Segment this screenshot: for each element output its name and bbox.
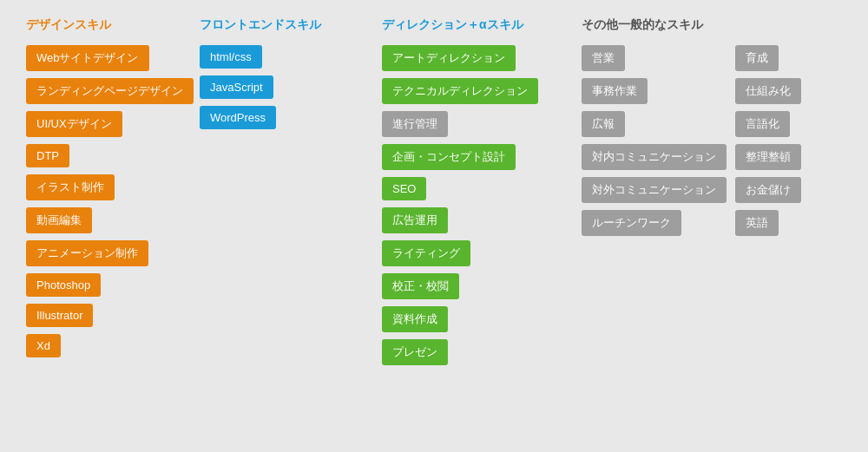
skills-grid: デザインスキル Webサイトデザイン ランディングページデザイン UI/UXデザ… — [17, 17, 851, 372]
tag-htmlcss[interactable]: html/css — [200, 45, 262, 69]
tag-external-comm[interactable]: 対外コミュニケーション — [582, 177, 727, 203]
tag-web-design[interactable]: Webサイトデザイン — [26, 45, 149, 71]
frontend-title: フロントエンドスキル — [200, 17, 365, 33]
tag-training[interactable]: 育成 — [735, 45, 779, 71]
tag-wordpress[interactable]: WordPress — [200, 106, 276, 129]
tag-documents[interactable]: 資料作成 — [382, 306, 448, 332]
tag-ad[interactable]: 広告運用 — [382, 207, 448, 233]
other-tags-col1: 営業 事務作業 広報 対内コミュニケーション 対外コミュニケーション ルーチンワ… — [582, 45, 727, 243]
tag-xd[interactable]: Xd — [26, 334, 61, 357]
tag-proofreading[interactable]: 校正・校閲 — [382, 273, 459, 299]
tag-animation[interactable]: アニメーション制作 — [26, 240, 148, 266]
tag-technical-direction[interactable]: テクニカルディレクション — [382, 78, 538, 104]
tag-uiux[interactable]: UI/UXデザイン — [26, 111, 122, 137]
tag-routine[interactable]: ルーチンワーク — [582, 210, 681, 236]
frontend-column: フロントエンドスキル html/css JavaScript WordPress — [191, 17, 373, 372]
tag-video[interactable]: 動画編集 — [26, 207, 92, 233]
frontend-tags: html/css JavaScript WordPress — [200, 45, 365, 136]
other-tags-grid: 営業 事務作業 広報 対内コミュニケーション 対外コミュニケーション ルーチンワ… — [582, 45, 842, 243]
other-column: その他一般的なスキル 営業 事務作業 広報 対内コミュニケーション 対外コミュニ… — [573, 17, 851, 372]
tag-landing[interactable]: ランディングページデザイン — [26, 78, 194, 104]
tag-pr[interactable]: 広報 — [582, 111, 625, 137]
other-tags-col2: 育成 仕組み化 言語化 整理整頓 お金儲け 英語 — [735, 45, 842, 243]
tag-verbalize[interactable]: 言語化 — [735, 111, 790, 137]
design-tags: Webサイトデザイン ランディングページデザイン UI/UXデザイン DTP イ… — [26, 45, 182, 364]
direction-title: ディレクション＋αスキル — [382, 17, 564, 33]
tag-office[interactable]: 事務作業 — [582, 78, 648, 104]
tag-internal-comm[interactable]: 対内コミュニケーション — [582, 144, 727, 170]
tag-illust[interactable]: イラスト制作 — [26, 174, 115, 200]
tag-art-direction[interactable]: アートディレクション — [382, 45, 516, 71]
tag-money[interactable]: お金儲け — [735, 177, 801, 203]
tag-javascript[interactable]: JavaScript — [200, 75, 273, 99]
other-title: その他一般的なスキル — [582, 17, 842, 33]
tag-writing[interactable]: ライティング — [382, 240, 470, 266]
direction-column: ディレクション＋αスキル アートディレクション テクニカルディレクション 進行管… — [373, 17, 573, 372]
design-column: デザインスキル Webサイトデザイン ランディングページデザイン UI/UXデザ… — [17, 17, 191, 372]
tag-progress[interactable]: 進行管理 — [382, 111, 448, 137]
tag-dtp[interactable]: DTP — [26, 144, 69, 167]
design-title: デザインスキル — [26, 17, 182, 33]
tag-photoshop[interactable]: Photoshop — [26, 273, 101, 297]
tag-english[interactable]: 英語 — [735, 210, 779, 236]
tag-illustrator[interactable]: Illustrator — [26, 304, 93, 327]
tag-planning[interactable]: 企画・コンセプト設計 — [382, 144, 516, 170]
tag-sales[interactable]: 営業 — [582, 45, 625, 71]
tag-organize[interactable]: 整理整頓 — [735, 144, 801, 170]
tag-presentation[interactable]: プレゼン — [382, 339, 448, 365]
direction-tags: アートディレクション テクニカルディレクション 進行管理 企画・コンセプト設計 … — [382, 45, 564, 372]
tag-system[interactable]: 仕組み化 — [735, 78, 801, 104]
tag-seo[interactable]: SEO — [382, 177, 426, 200]
